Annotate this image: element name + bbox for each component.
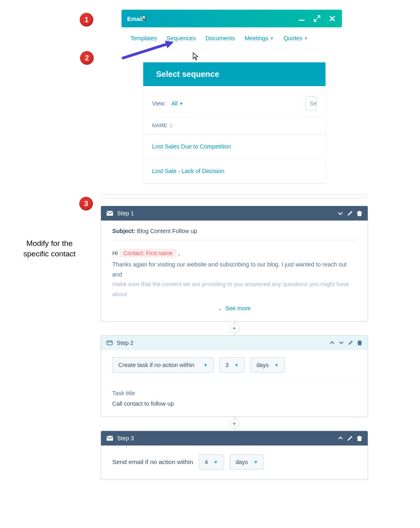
sequence-row[interactable]: Lost Sale - Lack of Decision [143,159,325,184]
task-icon [107,340,113,345]
delay-unit-select[interactable]: days▼ [230,454,264,470]
expand-icon[interactable] [313,14,321,23]
svg-rect-5 [107,436,113,441]
step-3-label: Send email if no action within [112,458,193,466]
personalization-token[interactable]: Contact: First name [119,249,177,258]
email-body-preview: Hi Contact: First name , Thanks again fo… [112,250,356,299]
svg-rect-3 [107,211,113,216]
minimize-icon[interactable] [298,14,306,23]
annotation-note: Modify for the specific contact [23,238,76,259]
svg-rect-4 [107,341,112,345]
collapse-icon[interactable] [338,210,343,216]
cursor-arrow-icon [193,52,199,60]
delay-number-select[interactable]: 4▼ [199,454,224,470]
step-2-header: Step 2 [101,336,368,350]
svg-line-1 [123,43,169,58]
caret-down-icon: ▼ [253,460,258,464]
editor-top-sliver [102,194,367,198]
select-sequence-panel: Select sequence View: All▼ Se NAME ▲▼ Lo… [143,62,326,184]
step-1-header: Step 1 [101,206,368,221]
step-3-header: Step 3 [101,431,368,446]
task-title-label: Task title [112,390,356,396]
edit-icon[interactable] [347,210,353,216]
search-input[interactable]: Se [305,97,317,110]
delete-icon[interactable] [357,435,362,441]
step-connector: + [101,417,368,431]
delay-number-select[interactable]: 3▼ [219,357,245,373]
caret-down-icon: ▼ [203,363,208,367]
trigger-select[interactable]: Create task if no action within▼ [112,357,214,373]
tab-sequences[interactable]: Sequences [167,35,196,41]
caret-down-icon: ▼ [270,36,274,41]
sequence-table-header: NAME ▲▼ [143,117,325,134]
annotation-badge-1: 1 [80,13,93,27]
email-composer-header: Email [121,10,342,27]
tab-templates[interactable]: Templates [130,35,157,41]
add-step-button[interactable]: + [229,419,240,429]
tab-documents[interactable]: Documents [206,35,235,41]
sequence-row[interactable]: Lost Sales Due to Competition [143,134,325,159]
caret-down-icon: ▼ [214,460,218,464]
see-more-button[interactable]: ⌄See more [112,305,356,311]
annotation-badge-2: 2 [80,51,94,65]
col-name[interactable]: NAME [152,123,167,128]
select-sequence-title: Select sequence [143,62,325,86]
view-filter-dropdown[interactable]: All▼ [171,100,183,107]
step-1-card: Step 1 Subject: Blog Content Follow up H… [101,206,368,322]
caret-down-icon: ▼ [274,363,279,367]
move-up-icon[interactable] [338,435,343,441]
step-3-title: Step 3 [117,435,134,441]
step-connector: + [101,322,368,335]
composer-tabs: Templates Sequences Documents Meetings▼ … [121,31,342,45]
caret-down-icon: ▼ [179,101,183,106]
sort-icon[interactable]: ▲▼ [169,123,172,128]
caret-down-icon: ▼ [304,36,308,41]
move-down-icon[interactable] [339,340,344,345]
delete-icon[interactable] [357,210,362,216]
email-header-title: Email [127,15,143,22]
delay-unit-select[interactable]: days▼ [250,357,285,373]
step-2-card: Step 2 Create task if no action within▼ … [101,335,368,417]
delete-icon[interactable] [357,340,362,345]
task-title-value: Call contact to follow up [112,400,356,407]
tab-quotes[interactable]: Quotes▼ [284,35,308,41]
tab-meetings[interactable]: Meetings▼ [245,35,274,41]
edit-icon[interactable] [347,435,353,441]
annotation-badge-3: 3 [79,197,93,210]
step-1-title: Step 1 [117,210,134,217]
step-3-card: Step 3 Send email if no action within 4▼… [101,431,368,480]
svg-rect-0 [299,20,305,21]
sequence-editor: Step 1 Subject: Blog Content Follow up H… [101,194,368,480]
email-icon [107,211,113,216]
view-label: View: [152,100,166,107]
chevron-down-icon: ⌄ [218,306,222,311]
move-up-icon[interactable] [329,340,335,345]
close-icon[interactable] [328,14,336,23]
caret-down-icon: ▼ [234,363,239,367]
step-2-title: Step 2 [117,340,134,346]
subject-line: Subject: Blog Content Follow up [112,228,356,240]
add-step-button[interactable]: + [229,323,240,334]
email-icon [107,436,113,441]
edit-icon[interactable] [348,340,353,345]
